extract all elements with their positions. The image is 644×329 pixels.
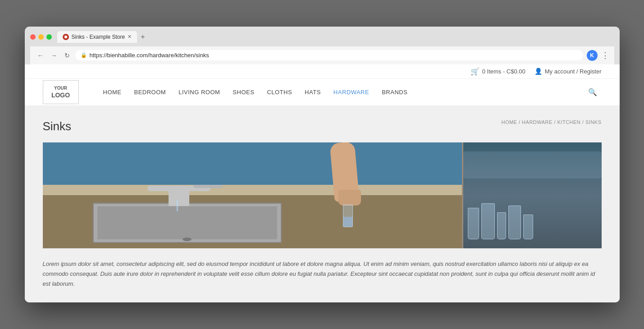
nav-bedroom[interactable]: BEDROOM	[128, 80, 173, 105]
cart-icon: 🛒	[470, 67, 480, 76]
main-navigation: YOUR LOGO HOME BEDROOM LIVING ROOM SHOES…	[25, 79, 620, 106]
glass-item-3	[497, 212, 506, 239]
new-tab-button[interactable]: +	[137, 31, 148, 43]
close-window-button[interactable]	[30, 34, 36, 40]
glass-item-2	[481, 203, 495, 239]
website-content: 🛒 0 Items - C$0.00 👤 My account / Regist…	[25, 64, 620, 302]
tab-title: Sinks - Example Store	[72, 34, 125, 40]
page-description: Lorem ipsum dolor sit amet, consectetur …	[43, 259, 602, 289]
site-logo[interactable]: YOUR LOGO	[43, 80, 79, 104]
glass-item-5	[523, 215, 533, 239]
address-bar-container: 🔒	[75, 50, 583, 60]
tab-favicon	[63, 34, 69, 40]
hero-image-area	[43, 142, 602, 248]
cart-summary[interactable]: 🛒 0 Items - C$0.00	[470, 67, 525, 76]
browser-window: Sinks - Example Store ✕ + ← → ↻ 🔒 K ⋮ 🛒 …	[25, 27, 620, 302]
maximize-window-button[interactable]	[46, 34, 52, 40]
forward-button[interactable]: →	[49, 51, 59, 60]
window-controls	[30, 34, 52, 40]
page-header: Sinks HOME / HARDWARE / KITCHEN / SINKS	[43, 119, 602, 133]
search-icon[interactable]: 🔍	[584, 79, 602, 105]
account-icon: 👤	[534, 68, 542, 75]
profile-button[interactable]: K	[587, 50, 598, 61]
glass-item-1	[468, 208, 479, 239]
account-label: My account / Register	[545, 68, 602, 75]
nav-hats[interactable]: HATS	[298, 80, 327, 105]
hero-side-image	[462, 142, 602, 248]
water-stream	[177, 200, 178, 211]
glass-item-4	[508, 206, 521, 239]
faucet-handle	[193, 185, 223, 188]
nav-brands[interactable]: BRANDS	[375, 80, 414, 105]
nav-living-room[interactable]: LIVING ROOM	[172, 80, 226, 105]
cart-label: 0 Items - C$0.00	[482, 68, 525, 75]
nav-shoes[interactable]: SHOES	[226, 80, 260, 105]
browser-chrome: Sinks - Example Store ✕ + ← → ↻ 🔒 K ⋮	[25, 27, 620, 64]
address-input[interactable]	[90, 52, 578, 59]
page-content: Sinks HOME / HARDWARE / KITCHEN / SINKS	[25, 106, 620, 302]
sink-basin-inner	[97, 206, 277, 239]
tab-close-button[interactable]: ✕	[128, 34, 132, 40]
logo-line1: YOUR	[50, 85, 71, 91]
lock-icon: 🔒	[81, 52, 87, 58]
browser-titlebar: Sinks - Example Store ✕ +	[30, 31, 614, 43]
glass-cup	[343, 205, 353, 227]
nav-hardware[interactable]: HARDWARE	[327, 80, 375, 105]
account-link[interactable]: 👤 My account / Register	[534, 68, 602, 75]
utility-bar: 🛒 0 Items - C$0.00 👤 My account / Regist…	[25, 64, 620, 79]
glasses-scene	[463, 142, 602, 248]
minimize-window-button[interactable]	[38, 34, 44, 40]
browser-menu-button[interactable]: ⋮	[601, 50, 609, 60]
hand-fingers	[338, 190, 361, 206]
back-button[interactable]: ←	[36, 51, 46, 60]
sink-basin	[93, 203, 282, 243]
wall-bg	[43, 142, 462, 187]
logo-line2: LOGO	[50, 91, 71, 99]
tab-bar: Sinks - Example Store ✕ +	[57, 31, 614, 43]
reload-button[interactable]: ↻	[63, 51, 72, 60]
page-title: Sinks	[43, 119, 72, 133]
dishes-bg	[463, 151, 602, 178]
sink-drain	[183, 238, 192, 241]
address-bar-row: ← → ↻ 🔒 K ⋮	[30, 46, 614, 64]
glass-water	[343, 217, 352, 227]
hero-main-image	[43, 142, 462, 248]
sink-scene	[43, 142, 462, 248]
nav-links: HOME BEDROOM LIVING ROOM SHOES CLOTHS HA…	[97, 79, 602, 105]
breadcrumb: HOME / HARDWARE / KITCHEN / SINKS	[501, 119, 601, 125]
nav-home[interactable]: HOME	[97, 80, 128, 105]
active-tab[interactable]: Sinks - Example Store ✕	[57, 31, 137, 43]
nav-cloths[interactable]: CLOTHS	[260, 80, 298, 105]
